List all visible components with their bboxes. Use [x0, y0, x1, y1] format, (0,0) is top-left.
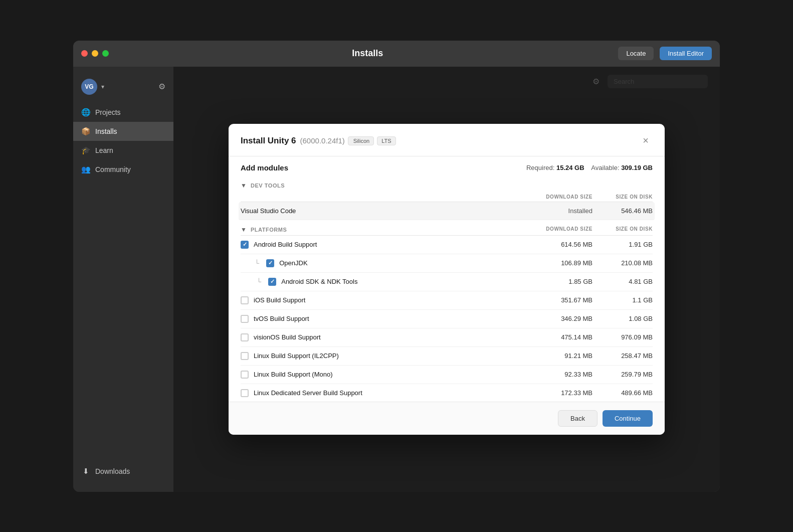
- module-label-ios: iOS Build Support: [254, 296, 305, 304]
- checkbox-linux-mono[interactable]: [241, 371, 249, 379]
- module-label-linux-mono: Linux Build Support (Mono): [254, 371, 333, 378]
- back-button[interactable]: Back: [558, 410, 598, 427]
- download-size-linux-mono: 92.33 MB: [522, 371, 592, 378]
- checkbox-visionos[interactable]: [241, 333, 249, 341]
- download-size-tvos: 346.29 MB: [522, 315, 592, 322]
- modal-title: Install Unity 6: [241, 136, 296, 146]
- sidebar-item-learn[interactable]: 🎓 Learn: [73, 141, 173, 160]
- module-label-visionos: visionOS Build Support: [254, 333, 321, 341]
- continue-button[interactable]: Continue: [603, 410, 653, 427]
- disk-size-linux-il2cpp: 258.47 MB: [592, 352, 653, 360]
- chevron-down-icon: ▾: [101, 83, 104, 90]
- sidebar-item-label-projects: Projects: [95, 108, 121, 116]
- installed-status-vscode: Installed: [522, 207, 592, 215]
- module-name-cell-ndktools: └ Android SDK & NDK Tools: [241, 278, 522, 286]
- close-window-button[interactable]: [81, 50, 88, 57]
- sidebar-item-label-learn: Learn: [95, 146, 113, 154]
- modal-body: ▼ DEV TOOLS DOWNLOAD SIZE SIZE ON DISK V…: [229, 177, 665, 402]
- download-size-android: 614.56 MB: [522, 241, 592, 248]
- silicon-badge: Silicon: [348, 136, 374, 145]
- platforms-label: PLATFORMS: [251, 227, 287, 233]
- app-window: Installs Locate Install Editor VG ▾ ⚙ 🌐 …: [73, 41, 720, 492]
- required-value: 15.24 GB: [556, 164, 584, 171]
- title-bar-actions: Locate Install Editor: [618, 47, 712, 60]
- disk-size-vscode: 546.46 MB: [592, 207, 653, 215]
- title-bar-center: Installs: [117, 48, 618, 59]
- checkbox-ndktools[interactable]: [268, 278, 276, 286]
- module-label-tvos: tvOS Build Support: [254, 315, 309, 322]
- module-label-android: Android Build Support: [254, 241, 317, 248]
- gear-icon-sidebar[interactable]: ⚙: [158, 82, 165, 91]
- checkbox-android[interactable]: [241, 241, 249, 249]
- module-name-cell-android: Android Build Support: [241, 241, 522, 249]
- platforms-col-download: DOWNLOAD SIZE: [522, 226, 592, 233]
- platforms-chevron[interactable]: ▼: [241, 226, 247, 233]
- sidebar-item-label-downloads: Downloads: [95, 467, 130, 475]
- disk-size-visionos: 976.09 MB: [592, 333, 653, 341]
- projects-icon: 🌐: [81, 108, 90, 117]
- module-row-vscode: Visual Studio Code Installed 546.46 MB: [239, 202, 655, 220]
- module-row-android: Android Build Support 614.56 MB 1.91 GB: [241, 236, 653, 254]
- lts-badge: LTS: [377, 136, 395, 145]
- download-size-linux-dedicated: 172.33 MB: [522, 389, 592, 397]
- sidebar: VG ▾ ⚙ 🌐 Projects 📦 Installs 🎓 Learn 👥 C…: [73, 67, 173, 492]
- module-row-visionos: visionOS Build Support 475.14 MB 976.09 …: [241, 328, 653, 347]
- checkbox-ios[interactable]: [241, 296, 249, 304]
- dev-tools-section-header: ▼ DEV TOOLS: [241, 177, 653, 192]
- checkbox-openjdk[interactable]: [266, 259, 274, 267]
- checkbox-tvos[interactable]: [241, 315, 249, 323]
- module-row-openjdk: └ OpenJDK 106.89 MB 210.08 MB: [241, 254, 653, 273]
- module-row-ios: iOS Build Support 351.67 MB 1.1 GB: [241, 291, 653, 310]
- module-name-cell-linux-mono: Linux Build Support (Mono): [241, 371, 522, 379]
- minimize-window-button[interactable]: [92, 50, 98, 57]
- disk-size-ios: 1.1 GB: [592, 296, 653, 304]
- available-value: 309.19 GB: [621, 164, 653, 171]
- modal-footer: Back Continue: [229, 402, 665, 435]
- module-name-cell-ios: iOS Build Support: [241, 296, 522, 304]
- download-size-ndktools: 1.85 GB: [522, 278, 592, 285]
- sidebar-item-projects[interactable]: 🌐 Projects: [73, 103, 173, 122]
- avatar[interactable]: VG: [81, 79, 97, 95]
- sidebar-item-installs[interactable]: 📦 Installs: [73, 122, 173, 141]
- module-name-cell-tvos: tvOS Build Support: [241, 315, 522, 323]
- content-area: ⚙ Install Unity 6 (6000.0.24f1) Silicon: [173, 67, 720, 492]
- install-editor-button[interactable]: Install Editor: [660, 47, 712, 60]
- module-name-cell-linux-dedicated: Linux Dedicated Server Build Support: [241, 389, 522, 397]
- disk-size-linux-mono: 259.79 MB: [592, 371, 653, 378]
- sidebar-item-label-installs: Installs: [95, 127, 117, 135]
- module-label-vscode: Visual Studio Code: [241, 207, 296, 215]
- checkbox-linux-dedicated[interactable]: [241, 389, 249, 397]
- module-row-linux-il2cpp: Linux Build Support (IL2CPP) 91.21 MB 25…: [241, 347, 653, 366]
- module-label-linux-il2cpp: Linux Build Support (IL2CPP): [254, 352, 339, 360]
- indent-connector-ndktools: └: [257, 278, 261, 285]
- module-name-cell-linux-il2cpp: Linux Build Support (IL2CPP): [241, 352, 522, 360]
- module-label-linux-dedicated: Linux Dedicated Server Build Support: [254, 389, 362, 397]
- disk-size-android: 1.91 GB: [592, 241, 653, 248]
- module-row-ndktools: └ Android SDK & NDK Tools 1.85 GB 4.81 G…: [241, 273, 653, 291]
- platforms-section-header: ▼ PLATFORMS DOWNLOAD SIZE SIZE ON DISK: [241, 224, 653, 236]
- modal-header: Install Unity 6 (6000.0.24f1) Silicon LT…: [229, 124, 665, 156]
- modal-subheader: Add modules Required: 15.24 GB Available…: [229, 156, 665, 177]
- module-name-cell-openjdk: └ OpenJDK: [241, 259, 522, 267]
- disk-size-ndktools: 4.81 GB: [592, 278, 653, 285]
- module-name-cell-visionos: visionOS Build Support: [241, 333, 522, 341]
- module-name-cell-vscode: Visual Studio Code: [241, 207, 522, 215]
- maximize-window-button[interactable]: [102, 50, 109, 57]
- storage-info: Required: 15.24 GB Available: 309.19 GB: [526, 164, 653, 171]
- sidebar-item-label-community: Community: [95, 165, 131, 173]
- main-content: VG ▾ ⚙ 🌐 Projects 📦 Installs 🎓 Learn 👥 C…: [73, 67, 720, 492]
- title-bar: Installs Locate Install Editor: [73, 41, 720, 67]
- traffic-lights: [81, 50, 109, 57]
- download-size-openjdk: 106.89 MB: [522, 259, 592, 267]
- col-name-header: [241, 194, 522, 200]
- modal-close-button[interactable]: ×: [639, 134, 653, 148]
- disk-size-linux-dedicated: 489.66 MB: [592, 389, 653, 397]
- dev-tools-chevron[interactable]: ▼: [241, 182, 247, 189]
- page-title: Installs: [352, 48, 383, 59]
- sidebar-item-downloads[interactable]: ⬇ Downloads: [81, 463, 165, 480]
- checkbox-linux-il2cpp[interactable]: [241, 352, 249, 360]
- indent-connector-openjdk: └: [255, 259, 259, 267]
- locate-button[interactable]: Locate: [618, 47, 654, 60]
- module-label-openjdk: OpenJDK: [279, 259, 307, 267]
- sidebar-item-community[interactable]: 👥 Community: [73, 160, 173, 179]
